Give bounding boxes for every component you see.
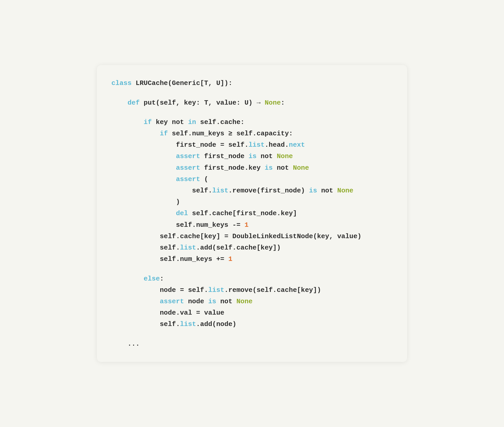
code-line: class LRUCache(Generic[T, U]): xyxy=(111,77,393,89)
code-token: self.cache[first_node.key] xyxy=(192,209,297,217)
code-token: assert xyxy=(176,152,204,160)
code-token: if xyxy=(144,118,156,126)
code-line xyxy=(111,108,393,117)
code-token: self. xyxy=(160,320,180,328)
code-token: key not xyxy=(156,118,188,126)
code-token: node.val = value xyxy=(160,309,224,317)
code-token: ... xyxy=(127,340,140,348)
code-token: list xyxy=(180,320,196,328)
code-token: in xyxy=(188,118,200,126)
code-token: node = self. xyxy=(160,286,208,294)
code-token: None xyxy=(277,152,293,160)
code-token: 1 xyxy=(228,255,232,263)
code-token: put(self, key: T, value: U) → xyxy=(144,99,265,107)
code-token: None xyxy=(337,187,353,195)
code-token: if xyxy=(160,130,172,137)
code-line xyxy=(111,89,393,97)
code-token: else xyxy=(144,275,160,283)
code-line: node.val = value xyxy=(111,307,393,319)
code-line: def put(self, key: T, value: U) → None: xyxy=(111,97,393,108)
code-token: next xyxy=(289,141,305,149)
code-token: first_node xyxy=(204,152,249,160)
code-line: if key not in self.cache: xyxy=(111,117,393,128)
code-line: assert first_node is not None xyxy=(111,151,393,162)
code-token: list xyxy=(208,286,224,294)
code-token: is xyxy=(208,298,220,305)
code-token: first_node.key xyxy=(204,164,265,172)
code-line xyxy=(111,265,393,273)
code-line: if self.num_keys ≥ self.capacity: xyxy=(111,128,393,139)
code-token: assert xyxy=(176,175,204,183)
code-line: self.num_keys += 1 xyxy=(111,253,393,265)
code-token: assert xyxy=(160,298,188,305)
code-token: self.cache[key] = DoubleLinkedListNode(k… xyxy=(160,232,361,240)
code-token: not xyxy=(261,152,277,160)
code-token: None xyxy=(265,99,281,107)
code-token: ( xyxy=(204,175,208,183)
code-token: not xyxy=(220,298,236,305)
code-line: ) xyxy=(111,196,393,208)
code-token: .remove(first_node) xyxy=(228,187,309,195)
code-line: self.list.add(self.cache[key]) xyxy=(111,242,393,253)
code-token: def xyxy=(127,99,143,107)
code-token: : xyxy=(160,275,164,283)
code-line: self.cache[key] = DoubleLinkedListNode(k… xyxy=(111,231,393,242)
code-line: node = self.list.remove(self.cache[key]) xyxy=(111,284,393,296)
code-token: is xyxy=(249,152,261,160)
code-token: self.num_keys ≥ self.capacity: xyxy=(172,130,293,137)
code-token: class xyxy=(111,79,136,87)
code-line: self.list.remove(first_node) is not None xyxy=(111,185,393,196)
code-container: class LRUCache(Generic[T, U]): def put(s… xyxy=(97,65,407,362)
code-token: self.num_keys += xyxy=(160,255,228,263)
code-line: else: xyxy=(111,273,393,284)
code-token: self.cache: xyxy=(200,118,245,126)
code-token: .head. xyxy=(265,141,289,149)
code-token: .remove(self.cache[key]) xyxy=(224,286,321,294)
code-token: None xyxy=(293,164,309,172)
code-token: LRUCache(Generic[T, U]): xyxy=(136,79,232,87)
code-token: not xyxy=(321,187,337,195)
code-token: .add(self.cache[key]) xyxy=(196,244,281,252)
code-token: del xyxy=(176,209,192,217)
code-token: is xyxy=(265,164,277,172)
code-line: self.num_keys -= 1 xyxy=(111,219,393,231)
code-token: self.num_keys -= xyxy=(176,221,245,229)
code-token: : xyxy=(281,99,285,107)
code-line: assert first_node.key is not None xyxy=(111,162,393,174)
code-line: del self.cache[first_node.key] xyxy=(111,208,393,219)
code-line: self.list.add(node) xyxy=(111,319,393,330)
code-token: is xyxy=(309,187,321,195)
code-line: first_node = self.list.head.next xyxy=(111,139,393,151)
code-token: not xyxy=(277,164,293,172)
code-token: assert xyxy=(176,164,204,172)
code-token: .add(node) xyxy=(196,320,236,328)
code-token: 1 xyxy=(245,221,249,229)
code-token: list xyxy=(212,187,228,195)
code-line xyxy=(111,330,393,338)
code-block: class LRUCache(Generic[T, U]): def put(s… xyxy=(111,77,393,350)
code-token: self. xyxy=(192,187,212,195)
code-token: ) xyxy=(176,198,180,206)
code-token: self. xyxy=(160,244,180,252)
code-line: assert node is not None xyxy=(111,296,393,307)
code-line: assert ( xyxy=(111,174,393,185)
code-token: list xyxy=(180,244,196,252)
code-token: node xyxy=(188,298,208,305)
code-token: list xyxy=(249,141,265,149)
code-line: ... xyxy=(111,338,393,350)
code-token: None xyxy=(236,298,253,305)
code-token: first_node = self. xyxy=(176,141,249,149)
